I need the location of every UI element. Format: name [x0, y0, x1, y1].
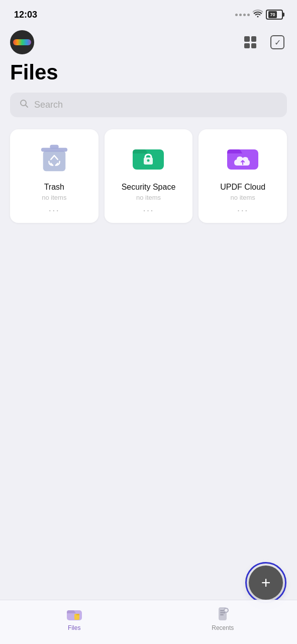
file-grid: Trash no items ··· Security Space no ite…: [0, 129, 297, 223]
tab-recents-label: Recents: [212, 624, 234, 631]
tab-files-label: Files: [68, 624, 80, 631]
avatar[interactable]: [10, 30, 34, 54]
file-meta-security: no items: [136, 194, 161, 201]
svg-rect-13: [220, 614, 224, 615]
search-placeholder: Search: [34, 100, 63, 110]
svg-rect-1: [43, 150, 66, 171]
grid-view-button[interactable]: [241, 33, 260, 52]
header-actions: ✓: [241, 33, 287, 52]
svg-point-6: [147, 159, 150, 162]
file-more-updf-cloud[interactable]: ···: [237, 204, 249, 216]
file-name-security: Security Space: [122, 183, 176, 192]
trash-icon: [36, 139, 72, 176]
svg-rect-3: [50, 145, 58, 149]
tab-files[interactable]: Files: [0, 605, 149, 631]
file-more-trash[interactable]: ···: [48, 204, 60, 216]
grid-icon: [244, 36, 256, 48]
header: ✓: [0, 26, 297, 56]
files-tab-icon: [66, 605, 83, 622]
updf-cloud-icon: [225, 139, 261, 176]
search-icon: [19, 99, 29, 111]
checkmark-icon: ✓: [270, 35, 284, 49]
status-icons: 70: [235, 10, 283, 20]
status-time: 12:03: [14, 10, 37, 20]
file-meta-updf-cloud: no items: [231, 194, 255, 201]
file-card-trash[interactable]: Trash no items ···: [10, 129, 98, 223]
page-title: Files: [0, 56, 297, 93]
svg-rect-12: [220, 612, 225, 613]
search-bar[interactable]: Search: [10, 93, 287, 117]
signal-icon: [235, 14, 250, 16]
plus-icon: +: [261, 575, 271, 591]
security-space-icon: [130, 139, 166, 176]
tab-bar: Files Recents: [0, 600, 297, 644]
file-name-trash: Trash: [44, 183, 64, 192]
add-button[interactable]: +: [249, 566, 283, 600]
file-more-security[interactable]: ···: [143, 204, 154, 216]
file-meta-trash: no items: [42, 194, 66, 201]
recents-tab-icon: [214, 605, 231, 622]
tab-recents[interactable]: Recents: [149, 605, 298, 631]
battery-icon: 70: [266, 10, 283, 20]
file-name-updf-cloud: UPDF Cloud: [220, 183, 265, 192]
select-button[interactable]: ✓: [268, 33, 287, 52]
file-card-security[interactable]: Security Space no items ···: [105, 129, 193, 223]
file-card-updf-cloud[interactable]: UPDF Cloud no items ···: [199, 129, 287, 223]
wifi-icon: [253, 10, 263, 20]
status-bar: 12:03 70: [0, 0, 297, 26]
svg-point-15: [225, 609, 228, 612]
